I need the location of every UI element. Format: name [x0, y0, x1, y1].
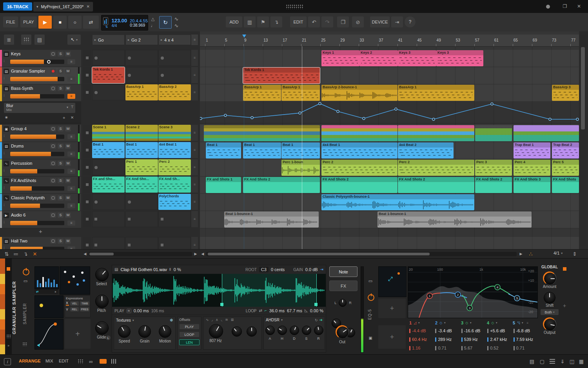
arranger-clip[interactable]: FX And Shots 3 — [514, 177, 550, 193]
arranger-clip[interactable]: Beat 1-bounce-1 — [224, 211, 319, 228]
tuning-icon[interactable]: ♩ — [150, 23, 156, 28]
arranger-clip[interactable]: Beat 1-bounce-1 — [377, 211, 532, 228]
volume-fader[interactable] — [10, 186, 64, 191]
clip-row-handle[interactable]: ≡ — [191, 211, 198, 227]
filter-spread-knob[interactable] — [247, 326, 257, 337]
launcher-clip[interactable]: BassArp 2 — [158, 84, 191, 100]
group-track-summary-clip[interactable] — [475, 125, 512, 141]
mute-button[interactable]: M — [65, 69, 71, 74]
loop-button[interactable]: ↻ — [159, 16, 172, 29]
tempo-section[interactable]: 123.00 4/4 — [111, 18, 129, 28]
env-s-knob[interactable] — [302, 326, 311, 335]
launcher-scroll-left-icon[interactable]: ◀ — [82, 251, 88, 257]
xy-dot[interactable] — [40, 304, 43, 307]
clip-row-handle[interactable]: ≡ — [191, 142, 198, 158]
device-menu-button[interactable]: DEVICE — [370, 16, 390, 27]
dual-display-icon[interactable] — [78, 359, 83, 364]
add-modulator-button[interactable]: + — [65, 319, 91, 349]
loop-region[interactable] — [222, 274, 317, 307]
arranger-clip[interactable]: Trap Beat 2 — [552, 142, 579, 158]
sampler-power-button[interactable] — [23, 269, 29, 275]
launcher-clip[interactable]: Perc 2 — [158, 159, 191, 175]
track-header[interactable]: ∿PercussionSM⫶≡ — [0, 159, 81, 177]
scene-play-icon[interactable]: ▸ — [128, 38, 129, 42]
clip-stop-button[interactable] — [83, 177, 91, 193]
env-d-knob[interactable] — [290, 326, 299, 335]
piano-panel-icon[interactable]: ▦ — [578, 358, 585, 364]
filter-settings-icon[interactable]: ⊞ — [231, 318, 234, 322]
eq-add-modulator-button-2[interactable]: + — [378, 325, 406, 349]
arranger-clip[interactable]: Perc 1-boun — [281, 160, 320, 176]
launcher-clip[interactable]: Tek Kords 1 — [92, 67, 125, 83]
volume-fader[interactable] — [10, 60, 64, 64]
arranger-clip[interactable]: 4x4 Beat 1 — [321, 142, 397, 158]
arm-record-button[interactable] — [50, 144, 56, 149]
track-header[interactable]: ▤KeysSM⫶≡ — [0, 50, 81, 67]
layout-arrange-button[interactable]: ARRANGE — [19, 359, 41, 363]
sampler-drag-dots-icon[interactable] — [22, 342, 27, 346]
song-time[interactable]: 0:38.969 — [130, 23, 148, 27]
track-name[interactable]: Granular Sampler — [11, 69, 45, 73]
swing-icon[interactable]: ∿ — [173, 16, 180, 22]
add-automation-lane-icon[interactable]: + — [63, 115, 65, 120]
clip-stop-button[interactable] — [83, 194, 91, 210]
arranger-clip[interactable]: Keys 2 — [359, 50, 398, 66]
clip-stop-button[interactable] — [83, 50, 91, 66]
textures-caret-icon[interactable]: ▾ — [132, 319, 134, 322]
track-name[interactable]: Percussion — [11, 161, 32, 166]
select-knob[interactable] — [95, 268, 109, 281]
band-type-caret-icon[interactable]: ▾ — [418, 321, 420, 324]
track-name[interactable]: Bass-Synth — [11, 86, 33, 91]
launcher-clip[interactable]: FX and Sho... — [92, 177, 125, 193]
track-menu-button[interactable]: ≡ — [67, 59, 75, 64]
panel-columns-icon[interactable] — [111, 359, 117, 364]
arranger-clip[interactable]: Perc 2 — [321, 160, 397, 176]
insert-device-icon[interactable]: ⇥ — [391, 16, 403, 27]
resonance-knob[interactable] — [232, 326, 242, 337]
automation-device-selector[interactable]: BlurMix▾⊤ — [4, 103, 75, 113]
clip-row-handle[interactable]: ≡ — [191, 50, 198, 66]
track-menu-button[interactable]: ≡ — [67, 246, 75, 249]
arm-record-button[interactable] — [50, 239, 56, 244]
io-panel-icon[interactable]: ⇓ — [559, 358, 566, 364]
volume-fader[interactable] — [10, 135, 64, 139]
play-start-value[interactable]: 0.00 ms — [134, 308, 149, 313]
metronome-icon[interactable]: △ — [150, 16, 156, 22]
loop-length-value[interactable]: 67.7 ms — [287, 308, 302, 313]
volume-fader[interactable] — [10, 152, 64, 156]
arranger-clip[interactable]: FX And Shots — [552, 177, 579, 193]
solo-button[interactable]: S — [58, 144, 64, 149]
record-button[interactable]: ○ — [68, 16, 82, 29]
loop-start-handle[interactable] — [220, 303, 223, 306]
env-h-knob[interactable] — [278, 326, 287, 335]
scene-header-handle[interactable]: ≡ — [191, 35, 198, 45]
cue-marker[interactable] — [242, 35, 246, 38]
filter-shape2-icon[interactable]: ◞ — [212, 318, 213, 322]
eq-gain-value[interactable]: -3.4 dB — [434, 327, 459, 335]
eq-freq-value[interactable]: 7.59 kHz — [512, 335, 538, 343]
filter-bp-icon[interactable]: ∧ — [216, 318, 218, 322]
solo-button[interactable]: S — [58, 178, 64, 183]
amount-knob-ring[interactable] — [543, 271, 556, 285]
empty-clip-slot[interactable] — [92, 211, 125, 227]
band-bell-icon[interactable]: ◇ — [491, 321, 494, 325]
empty-clip-slot[interactable] — [158, 237, 191, 249]
textures-title[interactable]: Textures — [116, 318, 131, 322]
tempo-value[interactable]: 123.00 — [111, 18, 129, 24]
arranger-clip[interactable]: FX And Shots 2 — [398, 177, 474, 193]
arranger-clip[interactable]: Keys 1 — [321, 50, 359, 66]
speed-knob[interactable] — [118, 325, 131, 338]
clip-row-handle[interactable]: ≡ — [191, 237, 198, 249]
arm-record-button[interactable] — [50, 69, 56, 74]
track-menu-button[interactable]: ≡ — [67, 151, 75, 157]
filter-notch-icon[interactable]: ≋ — [225, 318, 228, 322]
arm-record-button[interactable] — [50, 51, 56, 56]
eq-name-vertical[interactable]: EQ-5 — [368, 292, 372, 320]
eq-freq-value[interactable]: 539 Hz — [460, 335, 486, 343]
scene-play-icon[interactable]: ▸ — [94, 38, 96, 42]
track-header[interactable]: ∿FX AndShotsSM⫶≡ — [0, 177, 81, 194]
arranger-clip[interactable]: Trap Beat 1 — [514, 142, 550, 158]
operator-mode-icon[interactable]: ∴ — [528, 251, 534, 257]
automation-panel-icon[interactable]: ◫ — [568, 358, 575, 364]
glide-knob[interactable] — [95, 321, 109, 335]
